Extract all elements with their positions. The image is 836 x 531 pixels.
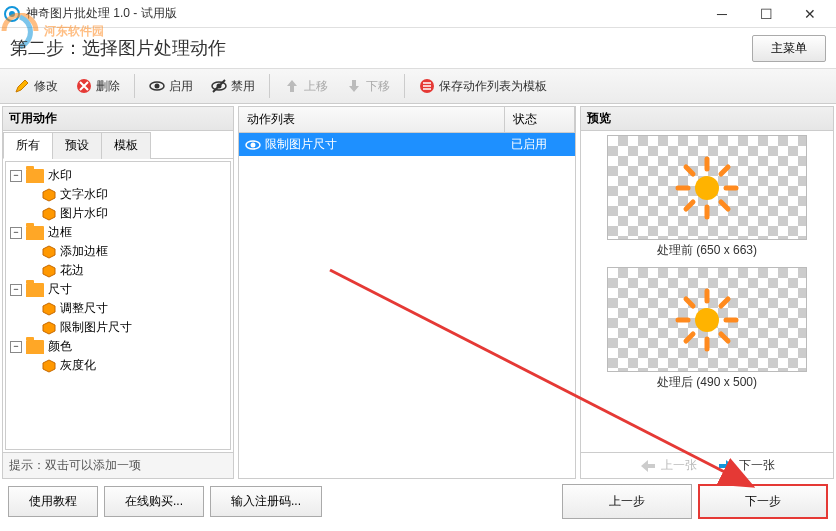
- tab-preset[interactable]: 预设: [52, 132, 102, 159]
- arrow-left-icon: [639, 459, 657, 473]
- save-template-button[interactable]: 保存动作列表为模板: [411, 74, 555, 99]
- buy-button[interactable]: 在线购买...: [104, 486, 204, 517]
- action-toolbar: 修改 删除 启用 禁用 上移 下移 保存动作列表为模板: [0, 68, 836, 104]
- maximize-button[interactable]: ☐: [744, 0, 788, 28]
- svg-point-9: [695, 176, 719, 200]
- action-list-body[interactable]: 限制图片尺寸 已启用: [239, 133, 575, 478]
- folder-icon: [26, 283, 44, 297]
- svg-point-18: [695, 308, 719, 332]
- next-step-button[interactable]: 下一步: [698, 484, 828, 519]
- actions-tree[interactable]: −水印 文字水印 图片水印 −边框 添加边框 花边 −尺寸 调整尺寸 限制图片尺…: [5, 161, 231, 450]
- move-down-button[interactable]: 下移: [338, 74, 398, 99]
- enable-button[interactable]: 启用: [141, 74, 201, 99]
- arrow-down-icon: [346, 78, 362, 94]
- svg-point-2: [155, 84, 160, 89]
- tree-cat-size[interactable]: −尺寸: [10, 280, 226, 299]
- tab-template[interactable]: 模板: [101, 132, 151, 159]
- action-status: 已启用: [505, 133, 575, 156]
- svg-line-16: [721, 167, 728, 174]
- tree-lace[interactable]: 花边: [10, 261, 226, 280]
- tree-cat-color[interactable]: −颜色: [10, 337, 226, 356]
- sun-icon: [672, 285, 742, 355]
- col-action-name[interactable]: 动作列表: [239, 107, 505, 132]
- delete-icon: [76, 78, 92, 94]
- preview-panel: 预览 处理前 (650 x 663) 处理后 (490 x 500) 上一张 下…: [580, 106, 834, 479]
- box-icon: [42, 359, 56, 373]
- main-menu-button[interactable]: 主菜单: [752, 35, 826, 62]
- disable-button[interactable]: 禁用: [203, 74, 263, 99]
- arrow-up-icon: [284, 78, 300, 94]
- tree-cat-border[interactable]: −边框: [10, 223, 226, 242]
- svg-line-14: [686, 167, 693, 174]
- preview-before-label: 处理前 (650 x 663): [657, 242, 757, 259]
- svg-line-23: [686, 299, 693, 306]
- prev-step-button[interactable]: 上一步: [562, 484, 692, 519]
- action-row[interactable]: 限制图片尺寸 已启用: [239, 133, 575, 156]
- action-name: 限制图片尺寸: [265, 136, 337, 153]
- next-image-button[interactable]: 下一张: [717, 457, 775, 474]
- box-icon: [42, 207, 56, 221]
- arrow-right-icon: [717, 459, 735, 473]
- eye-icon: [245, 139, 261, 151]
- eye-icon: [149, 78, 165, 94]
- col-status[interactable]: 状态: [505, 107, 575, 132]
- preview-title: 预览: [581, 107, 833, 131]
- tab-all[interactable]: 所有: [3, 132, 53, 159]
- svg-line-25: [721, 299, 728, 306]
- tree-resize[interactable]: 调整尺寸: [10, 299, 226, 318]
- wizard-header: 河东软件园 第二步：选择图片处理动作 主菜单: [0, 28, 836, 68]
- modify-button[interactable]: 修改: [6, 74, 66, 99]
- regcode-button[interactable]: 输入注册码...: [210, 486, 322, 517]
- svg-line-15: [721, 202, 728, 209]
- box-icon: [42, 321, 56, 335]
- action-list-header: 动作列表 状态: [239, 107, 575, 133]
- tree-add-border[interactable]: 添加边框: [10, 242, 226, 261]
- box-icon: [42, 245, 56, 259]
- delete-button[interactable]: 删除: [68, 74, 128, 99]
- title-bar: 神奇图片批处理 1.0 - 试用版 ─ ☐ ✕: [0, 0, 836, 28]
- preview-after-thumb: [607, 267, 807, 372]
- sun-icon: [672, 153, 742, 223]
- svg-line-24: [721, 334, 728, 341]
- minimize-button[interactable]: ─: [700, 0, 744, 28]
- prev-image-button[interactable]: 上一张: [639, 457, 697, 474]
- folder-icon: [26, 340, 44, 354]
- move-up-button[interactable]: 上移: [276, 74, 336, 99]
- pencil-icon: [14, 78, 30, 94]
- folder-icon: [26, 169, 44, 183]
- tree-grayscale[interactable]: 灰度化: [10, 356, 226, 375]
- wizard-step-label: 第二步：选择图片处理动作: [10, 36, 226, 60]
- actions-tabs: 所有 预设 模板: [3, 131, 233, 159]
- list-icon: [419, 78, 435, 94]
- preview-after-label: 处理后 (490 x 500): [657, 374, 757, 391]
- window-title: 神奇图片批处理 1.0 - 试用版: [26, 5, 700, 22]
- svg-point-8: [251, 142, 256, 147]
- eye-off-icon: [211, 78, 227, 94]
- box-icon: [42, 188, 56, 202]
- close-button[interactable]: ✕: [788, 0, 832, 28]
- main-area: 可用动作 所有 预设 模板 −水印 文字水印 图片水印 −边框 添加边框 花边 …: [0, 104, 836, 481]
- box-icon: [42, 264, 56, 278]
- tree-image-watermark[interactable]: 图片水印: [10, 204, 226, 223]
- tree-hint: 提示：双击可以添加一项: [3, 452, 233, 478]
- svg-line-26: [686, 334, 693, 341]
- svg-line-17: [686, 202, 693, 209]
- preview-before-thumb: [607, 135, 807, 240]
- preview-nav: 上一张 下一张: [581, 452, 833, 478]
- available-actions-panel: 可用动作 所有 预设 模板 −水印 文字水印 图片水印 −边框 添加边框 花边 …: [2, 106, 234, 479]
- wizard-footer: 使用教程 在线购买... 输入注册码... 上一步 下一步: [0, 481, 836, 521]
- tutorial-button[interactable]: 使用教程: [8, 486, 98, 517]
- box-icon: [42, 302, 56, 316]
- action-list-panel: 动作列表 状态 限制图片尺寸 已启用: [238, 106, 576, 479]
- tree-cat-watermark[interactable]: −水印: [10, 166, 226, 185]
- tree-limit-size[interactable]: 限制图片尺寸: [10, 318, 226, 337]
- tree-text-watermark[interactable]: 文字水印: [10, 185, 226, 204]
- folder-icon: [26, 226, 44, 240]
- available-actions-title: 可用动作: [3, 107, 233, 131]
